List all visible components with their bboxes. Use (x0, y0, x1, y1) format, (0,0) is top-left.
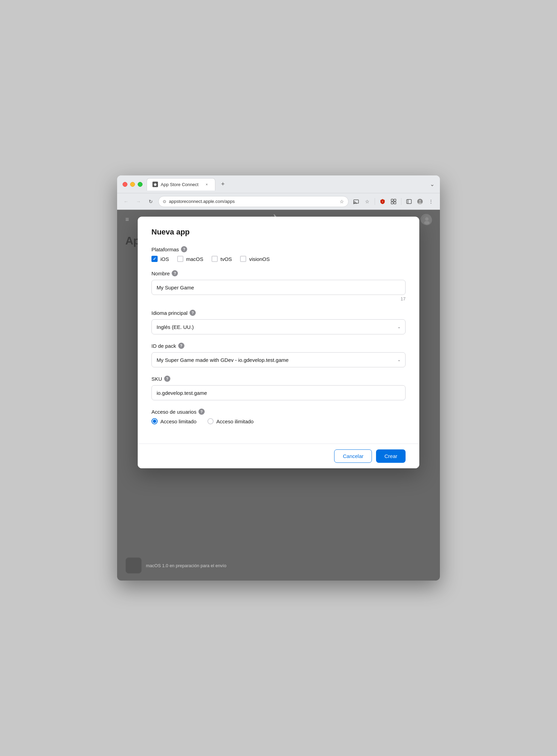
macos-checkbox[interactable] (177, 256, 183, 262)
bundle-id-select[interactable]: My Super Game made with GDev - io.gdevel… (151, 352, 406, 367)
visionos-checkbox-item[interactable]: visionOS (240, 256, 270, 262)
background-app-status: macOS 1.0 en preparación para el envío (146, 563, 226, 568)
limited-access-radio[interactable] (151, 418, 158, 424)
traffic-lights (123, 182, 143, 187)
nav-divider-2 (401, 198, 401, 205)
cast-icon[interactable] (351, 197, 361, 206)
tvos-checkbox-item[interactable]: tvOS (212, 256, 232, 262)
tab-title: App Store Connect (161, 182, 198, 187)
modal-title: Nueva app (151, 228, 406, 237)
tab-close-btn[interactable]: × (204, 182, 209, 187)
name-help-icon[interactable]: ? (172, 270, 178, 276)
modal-content: Nueva app Plataformas ? iOS (138, 217, 419, 444)
shield-icon[interactable]: ! (378, 197, 387, 206)
minimize-traffic-light[interactable] (130, 182, 135, 187)
refresh-btn[interactable]: ↻ (146, 197, 156, 206)
language-select-wrapper: Inglés (EE. UU.) Español Francés ⌄ (151, 319, 406, 334)
bundle-id-help-icon[interactable]: ? (178, 343, 184, 349)
ios-label: iOS (160, 256, 169, 262)
cancel-button[interactable]: Cancelar (334, 449, 372, 463)
unlimited-access-radio-item[interactable]: Acceso ilimitado (207, 418, 253, 424)
unlimited-access-label: Acceso ilimitado (216, 419, 253, 424)
tvos-label: tvOS (220, 256, 232, 262)
platforms-label: Plataformas ? (151, 246, 406, 252)
svg-rect-5 (391, 202, 393, 204)
star-icon[interactable]: ☆ (362, 197, 372, 206)
language-label: Idioma principal ? (151, 310, 406, 316)
sku-section: SKU ? (151, 376, 406, 400)
ios-checkbox[interactable] (151, 256, 158, 262)
nav-bar: ← → ↻ ⊙ appstoreconnect.apple.com/apps ☆… (117, 193, 440, 210)
nav-extension-icons: ☆ ! (351, 197, 436, 206)
new-tab-btn[interactable]: + (218, 180, 228, 189)
svg-rect-3 (391, 199, 393, 201)
bundle-id-section: ID de pack ? My Super Game made with GDe… (151, 343, 406, 367)
macos-label: macOS (186, 256, 203, 262)
user-access-label: Acceso de usuarios ? (151, 409, 406, 415)
macos-checkbox-item[interactable]: macOS (177, 256, 203, 262)
user-access-radios: Acceso limitado Acceso ilimitado (151, 418, 406, 424)
user-access-help-icon[interactable]: ? (198, 409, 205, 415)
platforms-help-icon[interactable]: ? (181, 246, 187, 252)
address-icon: ⊙ (163, 199, 166, 204)
active-tab[interactable]: App Store Connect × (147, 178, 215, 191)
name-char-count: 17 (151, 296, 406, 301)
address-bar[interactable]: ⊙ appstoreconnect.apple.com/apps ☆ (158, 196, 349, 207)
sidebar-icon[interactable] (404, 197, 414, 206)
user-access-section: Acceso de usuarios ? Acceso limitado Acc… (151, 409, 406, 424)
tab-favicon (152, 182, 158, 187)
sku-label: SKU ? (151, 376, 406, 382)
new-app-modal: Nueva app Plataformas ? iOS (138, 217, 419, 468)
svg-rect-6 (394, 202, 396, 204)
visionos-label: visionOS (249, 256, 270, 262)
sku-input[interactable] (151, 385, 406, 400)
nav-divider (375, 198, 375, 205)
maximize-traffic-light[interactable] (138, 182, 143, 187)
modal-overlay: Nueva app Plataformas ? iOS (117, 210, 440, 581)
svg-rect-7 (407, 199, 411, 204)
profile-icon[interactable] (415, 197, 425, 206)
page-content: ≡ ✈ Apps + ··· (117, 210, 440, 581)
language-section: Idioma principal ? Inglés (EE. UU.) Espa… (151, 310, 406, 334)
create-button[interactable]: Crear (376, 449, 406, 463)
tab-bar: App Store Connect × + ⌄ (147, 178, 434, 191)
name-input[interactable] (151, 280, 406, 295)
extensions-icon[interactable] (389, 197, 398, 206)
platforms-section: Plataformas ? iOS macOS (151, 246, 406, 262)
svg-rect-4 (394, 199, 396, 201)
name-label: Nombre ? (151, 270, 406, 276)
ios-checkbox-item[interactable]: iOS (151, 256, 169, 262)
bundle-id-label: ID de pack ? (151, 343, 406, 349)
tabs-more-btn[interactable]: ⌄ (430, 181, 434, 187)
title-bar: App Store Connect × + ⌄ (117, 175, 440, 193)
tvos-checkbox[interactable] (212, 256, 218, 262)
background-list-item: macOS 1.0 en preparación para el envío (125, 557, 226, 574)
unlimited-access-radio[interactable] (207, 418, 214, 424)
language-help-icon[interactable]: ? (190, 310, 196, 316)
platforms-checkboxes: iOS macOS tvOS (151, 256, 406, 262)
bookmark-icon[interactable]: ☆ (340, 199, 344, 204)
forward-btn[interactable]: → (134, 197, 143, 206)
bundle-id-select-wrapper: My Super Game made with GDev - io.gdevel… (151, 352, 406, 367)
limited-access-radio-item[interactable]: Acceso limitado (151, 418, 196, 424)
browser-window: App Store Connect × + ⌄ ← → ↻ ⊙ appstore… (117, 175, 440, 581)
modal-footer: Cancelar Crear (138, 444, 419, 468)
address-url: appstoreconnect.apple.com/apps (169, 199, 337, 204)
language-select[interactable]: Inglés (EE. UU.) Español Francés (151, 319, 406, 334)
name-section: Nombre ? 17 (151, 270, 406, 301)
back-btn[interactable]: ← (121, 197, 131, 206)
menu-icon[interactable]: ⋮ (426, 197, 436, 206)
limited-access-label: Acceso limitado (160, 419, 196, 424)
svg-point-11 (418, 202, 422, 204)
background-app-icon (125, 557, 142, 574)
svg-point-10 (419, 200, 421, 202)
visionos-checkbox[interactable] (240, 256, 246, 262)
svg-text:!: ! (382, 200, 383, 203)
sku-help-icon[interactable]: ? (164, 376, 170, 382)
close-traffic-light[interactable] (123, 182, 127, 187)
